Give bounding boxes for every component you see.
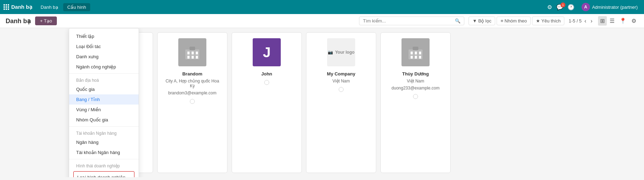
menu-item-loai-doi-tac[interactable]: Loại Đối tác (69, 41, 139, 52)
contact-card-thuduong[interactable]: Thùy Dương Việt Nam duong233@example.com (380, 32, 451, 173)
card-radio-mycompany[interactable] (339, 87, 344, 92)
search-box[interactable]: 🔍 (359, 16, 464, 25)
svg-rect-9 (413, 47, 418, 50)
list-view-button[interactable]: ☰ (608, 16, 617, 26)
chat-icon[interactable]: 💬 1 (556, 4, 563, 11)
map-view-button[interactable]: 📍 (617, 16, 629, 26)
settings-icon[interactable]: ⚙ (547, 4, 552, 11)
card-radio-brandom[interactable] (190, 99, 195, 104)
top-actions: ⚙ 💬 1 🕐 A Administrator (partner) (547, 1, 640, 13)
menu-item-thiet-lap[interactable]: Thiết lập (69, 31, 139, 41)
card-detail-brandom-email: brandom3@example.com (163, 91, 221, 95)
menu-item-ngan-hang[interactable]: Ngân hàng (69, 137, 139, 147)
create-button[interactable]: + Tạo (35, 16, 57, 25)
menu-config[interactable]: Cấu hình (63, 3, 91, 11)
card-detail-brandom: City A, Hợp chủng quốc Hoa Kỳ (163, 79, 221, 88)
card-name-mycompany: My Company (312, 71, 370, 76)
pagination-prev[interactable]: ‹ (583, 17, 587, 25)
avatar-brandom (178, 38, 206, 66)
menu-item-bang-tinh[interactable]: Bang / Tỉnh (69, 94, 139, 105)
menu-item-vung-mien[interactable]: Vùng / Miền (69, 105, 139, 115)
logo-camera-icon: 📷 (328, 50, 333, 55)
svg-rect-11 (415, 52, 417, 54)
menu-divider-2 (69, 126, 139, 127)
kanban-view-button[interactable]: ⊞ (598, 16, 607, 26)
menu-contacts[interactable]: Danh bạ (36, 3, 62, 11)
card-detail-thuduong-email: duong233@example.com (386, 86, 445, 91)
contact-card-john[interactable]: J John (232, 32, 302, 173)
card-name-brandom: Brandom (163, 71, 221, 76)
svg-rect-6 (192, 56, 194, 59)
group-button[interactable]: ≡ Nhóm theo (497, 16, 531, 25)
avatar-thuduong (401, 38, 430, 66)
brand-logo[interactable]: Danh bạ (4, 4, 32, 10)
user-avatar: A (582, 3, 590, 11)
card-radio-thuduong[interactable] (413, 94, 418, 99)
config-dropdown-menu: Thiết lập Loại Đối tác Danh xưng Ngành c… (69, 28, 139, 177)
svg-rect-1 (190, 47, 195, 50)
sub-header: Danh bạ + Tạo 🔍 ▼ Bộ lọc ≡ Nhóm theo ★ Y… (0, 14, 644, 28)
user-name: Administrator (partner) (592, 5, 638, 10)
svg-rect-7 (196, 56, 198, 59)
svg-rect-10 (411, 52, 413, 54)
user-menu[interactable]: A Administrator (partner) (579, 1, 640, 13)
svg-rect-4 (196, 52, 198, 54)
contact-card-brandom[interactable]: Brandom City A, Hợp chủng quốc Hoa Kỳ br… (157, 32, 227, 173)
top-menu: Danh bạ Cấu hình (36, 3, 90, 11)
card-name-thuduong: Thùy Dương (386, 71, 445, 76)
menu-item-loai-hinh-dn[interactable]: Loại hình doanh nghiệp (74, 172, 134, 177)
svg-rect-3 (192, 52, 194, 54)
logo-placeholder-text: Your logo (335, 50, 354, 55)
menu-item-quoc-gia[interactable]: Quốc gia (69, 84, 139, 94)
chat-badge: 1 (560, 2, 565, 7)
menu-section-tai-khoan-ngan-hang: Tài khoản Ngân hàng (69, 128, 139, 137)
settings-view-button[interactable]: ⚙ (629, 16, 638, 26)
svg-rect-2 (187, 52, 190, 54)
menu-divider-1 (69, 73, 139, 74)
svg-rect-15 (419, 56, 421, 59)
pagination-next[interactable]: › (589, 17, 594, 25)
brand-name: Danh bạ (11, 4, 32, 10)
main-content: Thiết lập Loại Đối tác Danh xưng Ngành c… (0, 28, 644, 177)
svg-rect-14 (415, 56, 417, 59)
svg-rect-5 (187, 56, 190, 59)
card-detail-thuduong: Việt Nam (386, 79, 445, 84)
menu-section-ban-dia-hoa: Bản địa hoá (69, 75, 139, 84)
pagination-label: 1-5 / 5 (569, 18, 582, 24)
avatar-john: J (253, 38, 281, 66)
svg-rect-12 (419, 52, 421, 54)
menu-highlight-section: Loại hình doanh nghiệp Quy mô nhân viên … (73, 171, 134, 177)
avatar-mycompany: 📷 Your logo (327, 38, 355, 66)
menu-item-nhom-quoc-gia[interactable]: Nhóm Quốc gia (69, 115, 139, 125)
filter-bar: ▼ Bộ lọc ≡ Nhóm theo ★ Yêu thích (469, 16, 564, 25)
search-input[interactable] (363, 18, 455, 24)
search-icon: 🔍 (455, 18, 460, 24)
view-buttons: ⊞ ☰ 📍 ⚙ (598, 16, 638, 26)
page-title: Danh bạ (6, 17, 31, 25)
card-radio-john[interactable] (264, 80, 269, 85)
card-name-john: John (238, 71, 296, 76)
top-navigation: Danh bạ Danh bạ Cấu hình ⚙ 💬 1 🕐 A Admin… (0, 0, 644, 14)
pagination: 1-5 / 5 ‹ › (569, 17, 594, 25)
card-detail-mycompany: Việt Nam (312, 79, 370, 84)
favorites-button[interactable]: ★ Yêu thích (532, 16, 564, 25)
filter-button[interactable]: ▼ Bộ lọc (469, 16, 495, 25)
grid-icon (4, 4, 9, 10)
contact-card-mycompany[interactable]: 📷 Your logo My Company Việt Nam (306, 32, 376, 173)
menu-item-nganh-cong-nghiep[interactable]: Ngành công nghiệp (69, 62, 139, 72)
svg-rect-13 (411, 56, 413, 59)
clock-icon[interactable]: 🕐 (567, 4, 575, 11)
menu-item-danh-xung[interactable]: Danh xưng (69, 52, 139, 62)
menu-section-hinh-thai-dn: Hình thái doanh nghiệp (69, 161, 139, 170)
menu-item-tai-khoan-ngan-hang[interactable]: Tài khoản Ngân hàng (69, 147, 139, 158)
menu-divider-3 (69, 159, 139, 159)
